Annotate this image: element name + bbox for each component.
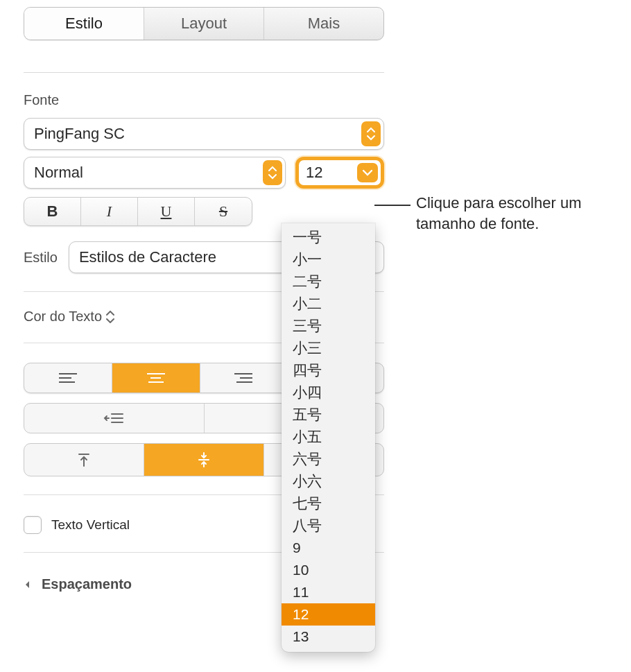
font-size-menu: 一号小一二号小二三号小三四号小四五号小五六号小六七号八号910111213 [282, 223, 375, 652]
size-option[interactable]: 小二 [282, 293, 375, 315]
font-weight-select[interactable]: Normal [24, 157, 286, 189]
size-option[interactable]: 12 [282, 603, 375, 626]
size-option[interactable]: 小六 [282, 470, 375, 492]
divider [24, 72, 384, 73]
font-size-select[interactable]: 12 [295, 157, 384, 189]
tab-more[interactable]: Mais [264, 8, 383, 40]
size-option[interactable]: 小四 [282, 381, 375, 404]
text-color-label: Cor do Texto [24, 309, 102, 325]
size-option[interactable]: 13 [282, 626, 375, 648]
size-option[interactable]: 七号 [282, 492, 375, 515]
tab-more-label: Mais [308, 15, 340, 33]
strike-button[interactable]: S [195, 198, 252, 225]
valign-top-button[interactable] [24, 444, 144, 476]
vertical-text-checkbox[interactable] [24, 516, 42, 534]
font-size-value: 12 [306, 164, 322, 182]
size-option[interactable]: 小三 [282, 337, 375, 359]
size-option[interactable]: 11 [282, 581, 375, 603]
vertical-text-label: Texto Vertical [51, 517, 130, 533]
tab-style[interactable]: Estilo [24, 8, 144, 40]
stepper-icon [361, 121, 381, 146]
size-option[interactable]: 五号 [282, 404, 375, 426]
size-option[interactable]: 六号 [282, 448, 375, 470]
tab-layout[interactable]: Layout [144, 8, 264, 40]
font-section-title: Fonte [24, 92, 384, 108]
align-right-button[interactable] [200, 363, 288, 393]
callout-leader [374, 205, 410, 206]
valign-middle-button[interactable] [144, 444, 264, 476]
outdent-button[interactable] [24, 404, 205, 433]
align-center-button[interactable] [112, 363, 200, 393]
size-option[interactable]: 10 [282, 559, 375, 581]
tab-layout-label: Layout [181, 15, 227, 33]
font-weight-value: Normal [34, 164, 83, 182]
bold-button[interactable]: B [24, 198, 81, 225]
stepper-icon [263, 160, 282, 185]
text-color-control[interactable]: Cor do Texto [24, 309, 117, 325]
chevron-down-icon [357, 163, 378, 182]
sort-icon [106, 311, 117, 323]
text-style-segmented: B I U S [24, 197, 252, 226]
underline-button[interactable]: U [138, 198, 195, 225]
size-option[interactable]: 四号 [282, 359, 375, 381]
font-family-select[interactable]: PingFang SC [24, 118, 384, 150]
style-label: Estilo [24, 250, 58, 266]
size-option[interactable]: 小一 [282, 248, 375, 270]
size-option[interactable]: 二号 [282, 270, 375, 293]
character-style-value: Estilos de Caractere [79, 248, 216, 266]
font-family-value: PingFang SC [34, 125, 125, 143]
chevron-icon [24, 579, 35, 590]
size-option[interactable]: 9 [282, 537, 375, 559]
size-option[interactable]: 小五 [282, 426, 375, 448]
align-left-button[interactable] [24, 363, 112, 393]
size-option[interactable]: 一号 [282, 226, 375, 248]
spacing-label: Espaçamento [42, 576, 132, 592]
size-option[interactable]: 八号 [282, 515, 375, 537]
size-option[interactable]: 三号 [282, 315, 375, 337]
tab-style-label: Estilo [65, 15, 103, 33]
format-tabs: Estilo Layout Mais [24, 7, 384, 40]
callout-text: Clique para escolher um tamanho de fonte… [416, 193, 631, 234]
italic-button[interactable]: I [81, 198, 138, 225]
